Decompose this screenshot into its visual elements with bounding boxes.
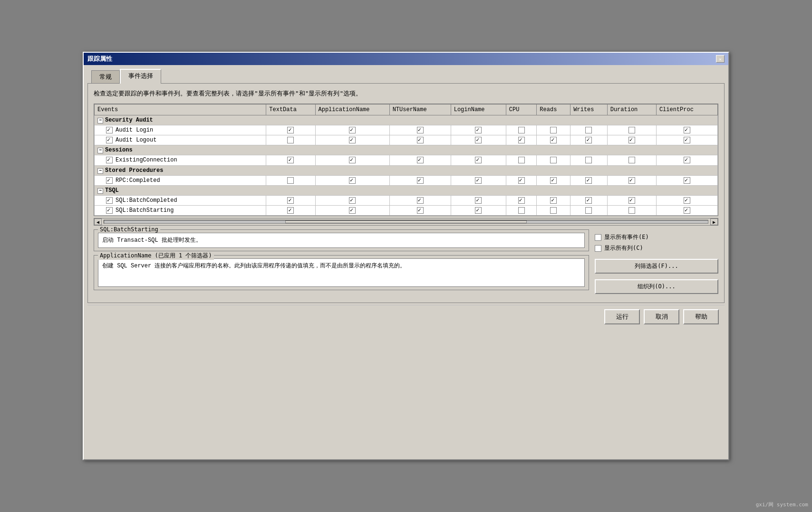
checkbox-Reads-1[interactable] bbox=[550, 127, 557, 133]
checkbox-CPU-4[interactable] bbox=[518, 157, 525, 163]
organize-cols-button[interactable]: 组织列(O)... bbox=[595, 279, 718, 294]
checkbox-Reads-2[interactable] bbox=[550, 137, 557, 143]
checkbox-Duration-2[interactable] bbox=[628, 137, 635, 143]
row-checkbox-9[interactable] bbox=[106, 207, 113, 214]
checkbox-TextData-2[interactable] bbox=[287, 137, 294, 143]
checkbox-LoginName-8[interactable] bbox=[475, 197, 482, 204]
cancel-button[interactable]: 取消 bbox=[644, 309, 679, 324]
checkbox-Duration-1[interactable] bbox=[628, 127, 635, 133]
checkbox-ClientProc-1[interactable] bbox=[684, 127, 690, 133]
horizontal-scrollbar[interactable]: ◀ ▶ bbox=[94, 218, 718, 226]
cell-Reads-1 bbox=[537, 125, 570, 135]
checkbox-Duration-9[interactable] bbox=[628, 207, 635, 214]
cell-TextData-1 bbox=[266, 125, 315, 135]
collapse-btn-5[interactable]: − bbox=[97, 168, 103, 174]
checkbox-Writes-8[interactable] bbox=[585, 197, 592, 204]
row-checkbox-2[interactable] bbox=[106, 137, 113, 143]
cell-Writes-8 bbox=[570, 195, 607, 205]
cell-Writes-4 bbox=[570, 155, 607, 165]
checkbox-ApplicationName-6[interactable] bbox=[349, 177, 356, 184]
run-button[interactable]: 运行 bbox=[604, 309, 640, 324]
collapse-btn-0[interactable]: − bbox=[97, 118, 103, 123]
right-panel: 显示所有事件(E) 显示所有列(C) 列筛选器(F)... 组织列(O)... bbox=[595, 229, 718, 297]
checkbox-ClientProc-2[interactable] bbox=[684, 137, 690, 143]
checkbox-ApplicationName-8[interactable] bbox=[349, 197, 356, 204]
checkbox-NTUserName-2[interactable] bbox=[417, 137, 424, 143]
show-all-events-checkbox[interactable] bbox=[595, 234, 601, 241]
checkbox-TextData-8[interactable] bbox=[287, 197, 294, 204]
checkbox-CPU-2[interactable] bbox=[518, 137, 525, 143]
col-filter-button[interactable]: 列筛选器(F)... bbox=[595, 259, 718, 274]
row-checkbox-4[interactable] bbox=[106, 157, 113, 163]
checkbox-Reads-6[interactable] bbox=[550, 177, 557, 184]
checkbox-Duration-6[interactable] bbox=[628, 177, 635, 184]
row-checkbox-1[interactable] bbox=[106, 127, 113, 133]
checkbox-Writes-6[interactable] bbox=[585, 177, 592, 184]
row-checkbox-6[interactable] bbox=[106, 177, 113, 184]
checkbox-NTUserName-1[interactable] bbox=[417, 127, 424, 133]
checkbox-Writes-4[interactable] bbox=[585, 157, 592, 163]
checkbox-TextData-9[interactable] bbox=[287, 207, 294, 214]
checkbox-CPU-1[interactable] bbox=[518, 127, 525, 133]
checkbox-LoginName-1[interactable] bbox=[475, 127, 482, 133]
checkbox-CPU-8[interactable] bbox=[518, 197, 525, 204]
checkbox-NTUserName-4[interactable] bbox=[417, 157, 424, 163]
cell-Writes-2 bbox=[570, 135, 607, 145]
tab-event-select[interactable]: 事件选择 bbox=[120, 69, 161, 84]
checkbox-Duration-4[interactable] bbox=[628, 157, 635, 163]
checkbox-NTUserName-9[interactable] bbox=[417, 207, 424, 214]
header-textdata: TextData bbox=[266, 104, 315, 115]
cell-Writes-1 bbox=[570, 125, 607, 135]
scroll-right-btn[interactable]: ▶ bbox=[710, 218, 718, 225]
checkbox-LoginName-4[interactable] bbox=[475, 157, 482, 163]
checkbox-TextData-6[interactable] bbox=[287, 177, 294, 184]
checkbox-ClientProc-9[interactable] bbox=[684, 207, 690, 214]
checkbox-NTUserName-8[interactable] bbox=[417, 197, 424, 204]
checkbox-Writes-2[interactable] bbox=[585, 137, 592, 143]
cell-TextData-2 bbox=[266, 135, 315, 145]
checkbox-ClientProc-4[interactable] bbox=[684, 157, 690, 163]
checkbox-ApplicationName-4[interactable] bbox=[349, 157, 356, 163]
checkbox-CPU-6[interactable] bbox=[518, 177, 525, 184]
bottom-buttons: 运行 取消 帮助 bbox=[87, 305, 725, 328]
left-panels: SQL:BatchStarting 启动 Transact-SQL 批处理时发生… bbox=[94, 229, 589, 297]
checkbox-LoginName-6[interactable] bbox=[475, 177, 482, 184]
row-checkbox-8[interactable] bbox=[106, 197, 113, 204]
checkbox-Writes-9[interactable] bbox=[585, 207, 592, 214]
checkbox-Reads-9[interactable] bbox=[550, 207, 557, 214]
cell-CPU-1 bbox=[506, 125, 537, 135]
tab-general[interactable]: 常规 bbox=[91, 70, 120, 83]
checkbox-ApplicationName-9[interactable] bbox=[349, 207, 356, 214]
checkbox-ClientProc-6[interactable] bbox=[684, 177, 690, 184]
collapse-btn-7[interactable]: − bbox=[97, 188, 103, 194]
scroll-left-btn[interactable]: ◀ bbox=[94, 218, 102, 225]
scrollbar-thumb[interactable] bbox=[285, 220, 527, 223]
options-panel: 显示所有事件(E) 显示所有列(C) bbox=[595, 229, 718, 255]
cell-NTUserName-6 bbox=[389, 175, 451, 185]
checkbox-TextData-1[interactable] bbox=[287, 127, 294, 133]
cell-LoginName-8 bbox=[451, 195, 506, 205]
checkbox-ApplicationName-2[interactable] bbox=[349, 137, 356, 143]
cell-ApplicationName-9 bbox=[315, 205, 389, 215]
checkbox-LoginName-2[interactable] bbox=[475, 137, 482, 143]
checkbox-Duration-8[interactable] bbox=[628, 197, 635, 204]
cell-ApplicationName-2 bbox=[315, 135, 389, 145]
show-all-events-option[interactable]: 显示所有事件(E) bbox=[595, 233, 718, 241]
checkbox-CPU-9[interactable] bbox=[518, 207, 525, 214]
checkbox-Reads-8[interactable] bbox=[550, 197, 557, 204]
checkbox-Reads-4[interactable] bbox=[550, 157, 557, 163]
checkbox-ClientProc-8[interactable] bbox=[684, 197, 690, 204]
cell-CPU-9 bbox=[506, 205, 537, 215]
show-all-cols-option[interactable]: 显示所有列(C) bbox=[595, 244, 718, 252]
help-button[interactable]: 帮助 bbox=[683, 309, 719, 324]
collapse-btn-3[interactable]: − bbox=[97, 148, 103, 153]
checkbox-NTUserName-6[interactable] bbox=[417, 177, 424, 184]
scrollbar-track[interactable] bbox=[104, 220, 708, 224]
checkbox-ApplicationName-1[interactable] bbox=[349, 127, 356, 133]
close-button[interactable]: ✕ bbox=[716, 55, 725, 63]
checkbox-TextData-4[interactable] bbox=[287, 157, 294, 163]
show-all-cols-checkbox[interactable] bbox=[595, 245, 601, 252]
checkbox-LoginName-9[interactable] bbox=[475, 207, 482, 214]
cell-Reads-9 bbox=[537, 205, 570, 215]
checkbox-Writes-1[interactable] bbox=[585, 127, 592, 133]
